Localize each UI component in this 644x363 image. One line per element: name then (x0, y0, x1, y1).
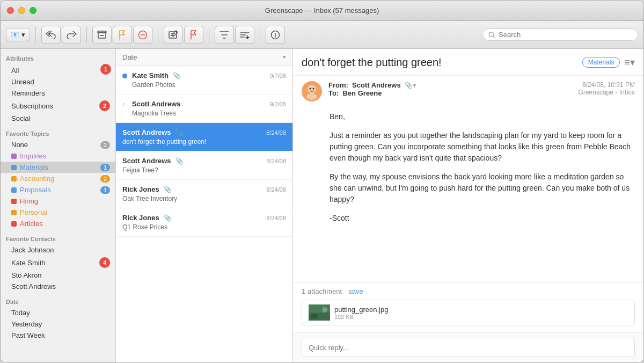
msg-sender: Kate Smith (132, 71, 169, 79)
sidebar-item-today[interactable]: Today (1, 307, 115, 318)
traffic-lights (7, 7, 36, 14)
from-name: Scott Andrews (352, 81, 401, 89)
sidebar-item-topic-materials[interactable]: Materials 1 (1, 162, 115, 173)
email-body-line-2: Just a reminder as you put together the … (330, 130, 633, 164)
info-button[interactable] (266, 26, 285, 44)
delete-button[interactable] (133, 26, 152, 44)
msg-sender: Scott Andrews (132, 100, 181, 108)
message-list-header[interactable]: Date ▾ (116, 49, 292, 66)
msg-sender: Rick Jones (122, 214, 159, 222)
archive-button[interactable] (92, 26, 112, 44)
svg-point-7 (310, 88, 311, 90)
main-content: Attributes 1 All Unread Reminders Subscr… (1, 49, 643, 362)
quick-reply-area[interactable] (293, 332, 643, 362)
sender-avatar (302, 81, 322, 101)
app-switcher-button[interactable]: 📧 ▾ (6, 28, 30, 41)
sidebar-item-subscriptions[interactable]: Subscriptions 2 (1, 99, 115, 113)
sidebar-item-unread[interactable]: Unread (1, 76, 115, 88)
email-meta: From: Scott Andrews 📎▾ To: Ben Greene 8/… (293, 76, 643, 107)
svg-point-13 (322, 307, 327, 313)
message-item-2[interactable]: Scott Andrews 📎 8/24/08 don't forget the… (116, 123, 292, 151)
quick-reply-input[interactable] (302, 338, 635, 357)
save-link[interactable]: save (348, 287, 363, 295)
sidebar-item-topic-hiring[interactable]: Hiring (1, 195, 115, 207)
topic-color-hiring (11, 199, 17, 204)
sidebar-item-reminders[interactable]: Reminders (1, 88, 115, 99)
attachment-size: 192 KB (334, 314, 388, 320)
priority-button[interactable] (184, 26, 203, 44)
sidebar-item-topic-none[interactable]: None 2 (1, 139, 115, 150)
email-to-line: To: Ben Greene (328, 89, 572, 97)
sidebar: Attributes 1 All Unread Reminders Subscr… (1, 49, 116, 362)
toolbar-manage-group (92, 26, 152, 44)
attachment-icon: 📎 (164, 186, 172, 193)
sidebar-item-social[interactable]: Social (1, 113, 115, 124)
toolbar-filter-group (215, 26, 254, 44)
toolbar-separator-2 (86, 27, 87, 43)
message-list: Date ▾ Kate Smith 📎 9/7/08 Garden Photos… (116, 49, 293, 362)
msg-subject: Magnolia Trees (122, 110, 286, 117)
close-button[interactable] (7, 7, 14, 14)
msg-subject: Oak Tree Inventory (122, 195, 286, 202)
toolbar-separator-5 (260, 27, 260, 43)
email-body-line-1: Ben, (330, 111, 633, 122)
search-box[interactable] (482, 28, 638, 41)
forward-button[interactable] (62, 26, 81, 44)
rules-button[interactable] (235, 26, 254, 44)
sidebar-item-past-week[interactable]: Past Week (1, 330, 115, 341)
message-item-4[interactable]: Rick Jones 📎 8/24/08 Oak Tree Inventory (116, 180, 292, 208)
msg-subject: don't forget the putting green! (122, 138, 286, 146)
email-inbox-label: Greenscape - Inbox (579, 89, 635, 96)
sidebar-item-contact-sto[interactable]: Sto Akron (1, 270, 115, 281)
toolbar-compose-group (164, 26, 203, 44)
sort-chevron-icon: ▾ (283, 54, 286, 61)
sidebar-item-contact-scott[interactable]: Scott Andrews (1, 281, 115, 292)
msg-sender: Scott Andrews (122, 128, 171, 136)
attachment-item[interactable]: putting_green.jpg 192 KB (302, 300, 635, 325)
attachment-icon: 📎 (175, 157, 184, 165)
maximize-button[interactable] (30, 7, 36, 14)
email-body-line-4: -Scott (330, 213, 633, 224)
sidebar-item-contact-kate[interactable]: Kate Smith 4 (1, 256, 115, 270)
email-tag[interactable]: Materials (582, 57, 620, 68)
sidebar-item-contact-jack[interactable]: Jack Johnson (1, 244, 115, 256)
toolbar-action-group (41, 26, 81, 44)
badge-2: 2 (99, 100, 110, 111)
email-menu-button[interactable]: ≡▾ (624, 56, 635, 68)
sidebar-item-topic-accounting[interactable]: Accounting 2 (1, 173, 115, 184)
attachment-icon: 📎 (164, 214, 172, 222)
email-body: Ben, Just a reminder as you put together… (293, 107, 643, 282)
sidebar-item-topic-proposals[interactable]: Proposals 1 (1, 184, 115, 195)
search-icon (488, 31, 495, 39)
sidebar-item-topic-articles[interactable]: Articles (1, 218, 115, 229)
attachment-bar: 1 attachment save (293, 282, 643, 300)
topic-color-accounting (11, 176, 17, 182)
favorite-contacts-header: Favorite Contacts (1, 229, 115, 244)
topic-color-materials (11, 165, 17, 170)
sidebar-item-topic-personal[interactable]: Personal (1, 207, 115, 218)
compose-button[interactable] (164, 26, 183, 44)
message-item-5[interactable]: Rick Jones 📎 8/24/08 Q1 Rose Prices (116, 208, 292, 237)
sidebar-item-topic-inquiries[interactable]: Inquiries (1, 150, 115, 162)
msg-subject: Q1 Rose Prices (122, 223, 286, 231)
sidebar-item-yesterday[interactable]: Yesterday (1, 318, 115, 330)
msg-subject: Garden Photos (122, 81, 286, 89)
search-input[interactable] (499, 31, 632, 39)
flag-button[interactable] (113, 26, 132, 44)
unread-indicator (122, 74, 127, 78)
app-switcher-chevron: ▾ (21, 31, 25, 39)
message-item-0[interactable]: Kate Smith 📎 9/7/08 Garden Photos (116, 66, 292, 95)
svg-rect-12 (311, 314, 318, 318)
attachment-icon: 📎 (175, 129, 184, 136)
msg-date: 8/24/08 (266, 158, 286, 164)
toolbar-separator (35, 27, 36, 43)
email-header: don't forget the putting green! Material… (293, 49, 643, 76)
filter-button[interactable] (215, 26, 234, 44)
message-item-1[interactable]: ↑ Scott Andrews 9/2/08 Magnolia Trees (116, 95, 292, 123)
reply-all-button[interactable] (41, 26, 61, 44)
sidebar-item-all[interactable]: All (1, 65, 115, 76)
message-item-3[interactable]: Scott Andrews 📎 8/24/08 Feijoa Tree? (116, 151, 292, 180)
msg-date: 8/24/08 (266, 215, 286, 221)
minimize-button[interactable] (18, 7, 25, 14)
msg-subject: Feijoa Tree? (122, 166, 286, 174)
